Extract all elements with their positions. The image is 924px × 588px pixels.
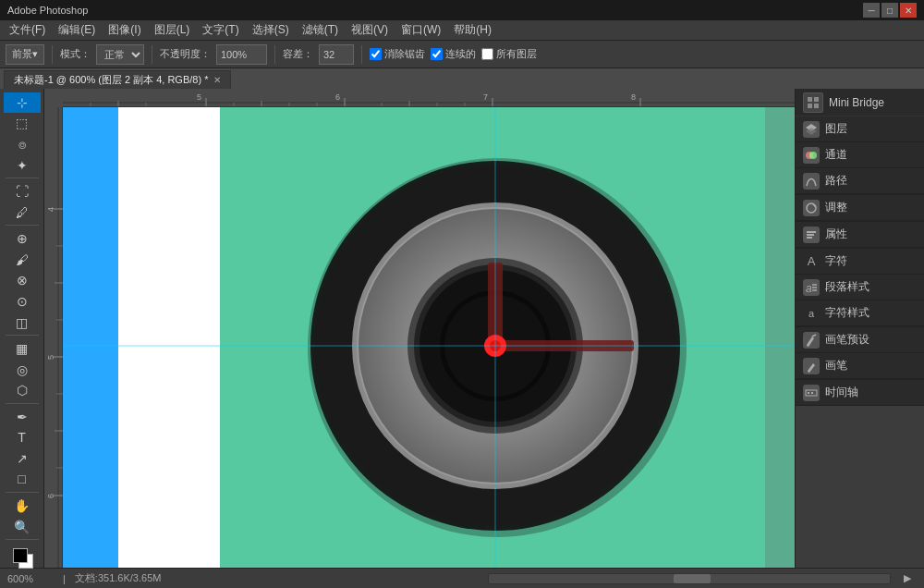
properties-icon — [803, 227, 820, 243]
minimize-button[interactable]: ─ — [863, 3, 880, 18]
menu-select[interactable]: 选择(S) — [247, 20, 295, 40]
mini-bridge-icon — [803, 92, 823, 113]
paths-label: 路径 — [825, 173, 917, 189]
magic-wand[interactable]: ✦ — [4, 155, 41, 176]
spot-heal-tool[interactable]: ⊕ — [4, 228, 41, 249]
paragraph-style-panel-header[interactable]: a 段落样式 — [796, 275, 924, 300]
marquee-tool[interactable]: ⬚ — [4, 114, 41, 134]
document-tab[interactable]: 未标题-1 @ 600% (图层 2 副本 4, RGB/8) * ✕ — [4, 70, 231, 89]
ruler-left: 4 5 6 — [44, 107, 63, 568]
lasso-tool[interactable]: ⌾ — [4, 134, 41, 154]
svg-rect-57 — [808, 104, 812, 108]
foreground-color[interactable] — [13, 548, 28, 563]
all-layers-label[interactable]: 所有图层 — [481, 47, 537, 61]
eraser-tool[interactable]: ◫ — [4, 312, 41, 333]
svg-point-62 — [809, 152, 817, 159]
left-toolbar: ⊹ ⬚ ⌾ ✦ ⛶ 🖊 ⊕ 🖌 ⊗ ⊙ ◫ ▦ ◎ ⬡ ✒ T ↗ □ ✋ 🔍 — [0, 89, 44, 568]
channels-panel-header[interactable]: 通道 — [796, 142, 924, 168]
layers-label: 图层 — [825, 121, 917, 137]
hand-tool[interactable]: ✋ — [4, 496, 41, 516]
brush-panel-header[interactable]: 画笔 — [796, 353, 924, 379]
zoom-level: 600% — [7, 573, 54, 584]
canvas-content[interactable] — [63, 107, 795, 568]
text-tool[interactable]: T — [4, 427, 41, 447]
canvas-area: 5 6 7 8 — [44, 89, 795, 568]
main-area: ⊹ ⬚ ⌾ ✦ ⛶ 🖊 ⊕ 🖌 ⊗ ⊙ ◫ ▦ ◎ ⬡ ✒ T ↗ □ ✋ 🔍 — [0, 89, 924, 568]
move-tool[interactable]: ⊹ — [4, 92, 41, 113]
app-title: Adobe Photoshop — [7, 5, 88, 16]
menu-image[interactable]: 图像(I) — [103, 20, 146, 40]
anti-alias-checkbox[interactable] — [370, 48, 382, 60]
tolerance-input[interactable] — [319, 44, 354, 65]
contiguous-checkbox[interactable] — [431, 48, 443, 60]
eyedropper-tool[interactable]: 🖊 — [4, 202, 41, 223]
menu-edit[interactable]: 编辑(E) — [53, 20, 101, 40]
brush-presets-panel-header[interactable]: 画笔预设 — [796, 327, 924, 353]
svg-marker-60 — [806, 128, 817, 135]
gradient-tool[interactable]: ▦ — [4, 338, 41, 359]
crop-tool[interactable]: ⛶ — [4, 181, 41, 202]
adjustments-panel-header[interactable]: 调整 — [796, 195, 924, 221]
channels-label: 通道 — [825, 147, 917, 163]
contiguous-label[interactable]: 连续的 — [431, 47, 476, 61]
ruler-corner — [44, 89, 63, 107]
all-layers-checkbox[interactable] — [481, 48, 493, 60]
tool-preset-btn[interactable]: 前景 ▾ — [6, 44, 44, 65]
anti-alias-label[interactable]: 消除锯齿 — [370, 47, 425, 61]
scrollbar-h[interactable] — [488, 573, 891, 584]
menu-view[interactable]: 视图(V) — [346, 20, 394, 40]
menu-bar: 文件(F) 编辑(E) 图像(I) 图层(L) 文字(T) 选择(S) 滤镜(T… — [0, 20, 924, 41]
adjustments-icon — [803, 200, 820, 216]
history-brush[interactable]: ⊙ — [4, 291, 41, 312]
character-icon: A — [803, 253, 820, 270]
menu-window[interactable]: 窗口(W) — [395, 20, 446, 40]
char-style-icon: a — [803, 305, 820, 322]
brush-icon — [803, 358, 820, 374]
mode-select[interactable]: 正常 — [96, 44, 144, 65]
ruler-top-svg: 5 6 7 8 — [63, 89, 795, 107]
svg-rect-58 — [814, 104, 819, 108]
menu-filter[interactable]: 滤镜(T) — [297, 20, 344, 40]
color-swatches[interactable] — [6, 545, 39, 568]
dodge-tool[interactable]: ⬡ — [4, 380, 41, 400]
path-select[interactable]: ↗ — [4, 448, 41, 469]
properties-label: 属性 — [825, 227, 917, 242]
svg-text:5: 5 — [197, 92, 201, 102]
brush-tool[interactable]: 🖌 — [4, 250, 41, 270]
scrollbar-thumb[interactable] — [674, 574, 711, 583]
close-button[interactable]: ✕ — [900, 3, 917, 18]
shape-tool[interactable]: □ — [4, 470, 41, 490]
pen-tool[interactable]: ✒ — [4, 407, 41, 427]
menu-text[interactable]: 文字(T) — [197, 20, 244, 40]
svg-text:8: 8 — [631, 92, 636, 102]
svg-rect-66 — [807, 237, 812, 239]
menu-file[interactable]: 文件(F) — [4, 20, 51, 40]
scroll-arrow-right[interactable]: ▶ — [904, 572, 917, 585]
timeline-icon — [803, 385, 820, 401]
layers-panel-header[interactable]: 图层 — [796, 116, 924, 142]
mini-bridge-panel[interactable]: Mini Bridge — [796, 89, 924, 116]
tab-close-btn[interactable]: ✕ — [213, 75, 221, 85]
layers-icon — [803, 121, 820, 138]
paths-panel-header[interactable]: 路径 — [796, 168, 924, 194]
character-panel-header[interactable]: A 字符 — [796, 249, 924, 275]
svg-line-71 — [812, 335, 816, 337]
blur-tool[interactable]: ◎ — [4, 360, 41, 380]
title-bar: Adobe Photoshop ─ □ ✕ — [0, 0, 924, 20]
clone-tool[interactable]: ⊗ — [4, 271, 41, 291]
properties-panel-header[interactable]: 属性 — [796, 222, 924, 248]
mini-bridge-title: Mini Bridge — [829, 96, 917, 109]
opacity-input[interactable] — [216, 44, 267, 65]
zoom-tool[interactable]: 🔍 — [4, 517, 41, 537]
timeline-panel-header[interactable]: 时间轴 — [796, 380, 924, 406]
ruler-left-svg: 4 5 6 — [44, 107, 63, 568]
menu-layer[interactable]: 图层(L) — [149, 20, 196, 40]
tolerance-label: 容差： — [283, 47, 313, 61]
maximize-button[interactable]: □ — [881, 3, 898, 18]
right-panel: Mini Bridge 图层 通道 路径 调整 — [795, 89, 924, 568]
char-style-panel-header[interactable]: a 字符样式 — [796, 300, 924, 326]
char-style-label: 字符样式 — [825, 305, 917, 321]
menu-help[interactable]: 帮助(H) — [448, 20, 497, 40]
mode-label: 模式： — [60, 47, 91, 61]
svg-rect-64 — [807, 231, 816, 233]
